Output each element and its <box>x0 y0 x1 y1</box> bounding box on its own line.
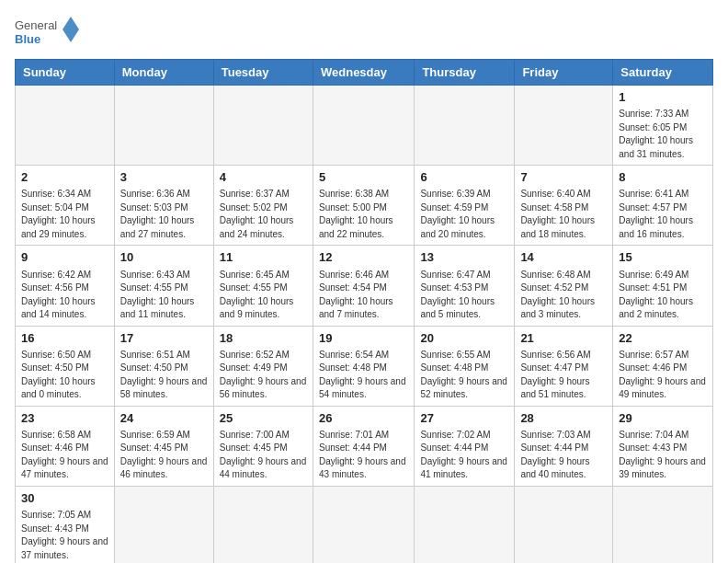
calendar-cell: 19Sunrise: 6:54 AM Sunset: 4:48 PM Dayli… <box>313 326 414 406</box>
svg-text:Blue: Blue <box>15 32 40 46</box>
calendar-cell: 18Sunrise: 6:52 AM Sunset: 4:49 PM Dayli… <box>213 326 313 406</box>
day-info: Sunrise: 7:01 AM Sunset: 4:44 PM Dayligh… <box>319 429 408 482</box>
day-info: Sunrise: 6:51 AM Sunset: 4:50 PM Dayligh… <box>120 349 208 402</box>
day-info: Sunrise: 6:37 AM Sunset: 5:02 PM Dayligh… <box>220 188 307 241</box>
day-info: Sunrise: 6:54 AM Sunset: 4:48 PM Dayligh… <box>319 349 408 402</box>
calendar-cell: 3Sunrise: 6:36 AM Sunset: 5:03 PM Daylig… <box>114 166 213 246</box>
day-number: 21 <box>520 330 607 347</box>
calendar-cell: 24Sunrise: 6:59 AM Sunset: 4:45 PM Dayli… <box>114 406 213 486</box>
calendar-cell: 22Sunrise: 6:57 AM Sunset: 4:46 PM Dayli… <box>613 326 713 406</box>
day-info: Sunrise: 6:50 AM Sunset: 4:50 PM Dayligh… <box>21 349 108 402</box>
calendar-cell: 29Sunrise: 7:04 AM Sunset: 4:43 PM Dayli… <box>613 406 713 486</box>
calendar-cell: 5Sunrise: 6:38 AM Sunset: 5:00 PM Daylig… <box>313 166 414 246</box>
day-number: 20 <box>420 330 508 347</box>
day-info: Sunrise: 6:55 AM Sunset: 4:48 PM Dayligh… <box>420 349 508 402</box>
week-row-4: 16Sunrise: 6:50 AM Sunset: 4:50 PM Dayli… <box>16 326 713 406</box>
weekday-header-sunday: Sunday <box>16 60 115 86</box>
calendar-cell: 30Sunrise: 7:05 AM Sunset: 4:43 PM Dayli… <box>16 486 115 563</box>
day-number: 28 <box>520 410 607 427</box>
week-row-3: 9Sunrise: 6:42 AM Sunset: 4:56 PM Daylig… <box>16 246 713 326</box>
day-number: 16 <box>21 330 108 347</box>
weekday-header-saturday: Saturday <box>613 60 713 86</box>
calendar-cell: 8Sunrise: 6:41 AM Sunset: 4:57 PM Daylig… <box>613 166 713 246</box>
day-number: 15 <box>619 249 707 266</box>
day-number: 12 <box>319 249 408 266</box>
calendar-cell <box>313 86 414 166</box>
week-row-6: 30Sunrise: 7:05 AM Sunset: 4:43 PM Dayli… <box>16 486 713 563</box>
day-info: Sunrise: 7:05 AM Sunset: 4:43 PM Dayligh… <box>21 509 108 562</box>
calendar-cell: 1Sunrise: 7:33 AM Sunset: 6:05 PM Daylig… <box>613 86 713 166</box>
day-number: 29 <box>619 410 707 427</box>
day-info: Sunrise: 7:03 AM Sunset: 4:44 PM Dayligh… <box>520 429 607 482</box>
day-number: 26 <box>319 410 408 427</box>
calendar-cell: 20Sunrise: 6:55 AM Sunset: 4:48 PM Dayli… <box>415 326 515 406</box>
day-number: 24 <box>120 410 208 427</box>
calendar-cell: 16Sunrise: 6:50 AM Sunset: 4:50 PM Dayli… <box>16 326 115 406</box>
day-info: Sunrise: 6:43 AM Sunset: 4:55 PM Dayligh… <box>120 269 208 322</box>
day-info: Sunrise: 6:36 AM Sunset: 5:03 PM Dayligh… <box>120 188 208 241</box>
day-info: Sunrise: 6:38 AM Sunset: 5:00 PM Dayligh… <box>319 188 408 241</box>
day-number: 9 <box>21 249 108 266</box>
day-info: Sunrise: 6:48 AM Sunset: 4:52 PM Dayligh… <box>520 269 607 322</box>
weekday-header-friday: Friday <box>515 60 613 86</box>
day-number: 8 <box>619 169 707 186</box>
calendar-cell: 26Sunrise: 7:01 AM Sunset: 4:44 PM Dayli… <box>313 406 414 486</box>
day-number: 27 <box>420 410 508 427</box>
calendar-cell: 17Sunrise: 6:51 AM Sunset: 4:50 PM Dayli… <box>114 326 213 406</box>
day-number: 25 <box>220 410 307 427</box>
day-number: 7 <box>520 169 607 186</box>
day-number: 22 <box>619 330 707 347</box>
calendar-cell: 28Sunrise: 7:03 AM Sunset: 4:44 PM Dayli… <box>515 406 613 486</box>
calendar-cell <box>16 86 115 166</box>
calendar-cell <box>313 486 414 563</box>
svg-text:General: General <box>15 18 57 32</box>
calendar-cell <box>613 486 713 563</box>
weekday-header-tuesday: Tuesday <box>213 60 313 86</box>
weekday-header-thursday: Thursday <box>415 60 515 86</box>
day-info: Sunrise: 7:04 AM Sunset: 4:43 PM Dayligh… <box>619 429 707 482</box>
day-info: Sunrise: 7:33 AM Sunset: 6:05 PM Dayligh… <box>619 108 707 161</box>
calendar-cell <box>515 486 613 563</box>
weekday-header-monday: Monday <box>114 60 213 86</box>
week-row-1: 1Sunrise: 7:33 AM Sunset: 6:05 PM Daylig… <box>16 86 713 166</box>
calendar-cell: 11Sunrise: 6:45 AM Sunset: 4:55 PM Dayli… <box>213 246 313 326</box>
calendar-cell <box>515 86 613 166</box>
day-number: 6 <box>420 169 508 186</box>
day-info: Sunrise: 6:58 AM Sunset: 4:46 PM Dayligh… <box>21 429 108 482</box>
logo: General Blue <box>15 15 79 48</box>
day-number: 5 <box>319 169 408 186</box>
day-info: Sunrise: 6:57 AM Sunset: 4:46 PM Dayligh… <box>619 349 707 402</box>
day-number: 30 <box>21 490 108 507</box>
day-number: 3 <box>120 169 208 186</box>
calendar-cell: 23Sunrise: 6:58 AM Sunset: 4:46 PM Dayli… <box>16 406 115 486</box>
svg-marker-2 <box>63 17 79 42</box>
day-info: Sunrise: 6:56 AM Sunset: 4:47 PM Dayligh… <box>520 349 607 402</box>
calendar-cell <box>114 486 213 563</box>
calendar-cell: 10Sunrise: 6:43 AM Sunset: 4:55 PM Dayli… <box>114 246 213 326</box>
weekday-header-wednesday: Wednesday <box>313 60 414 86</box>
weekday-header-row: SundayMondayTuesdayWednesdayThursdayFrid… <box>16 60 713 86</box>
day-info: Sunrise: 6:39 AM Sunset: 4:59 PM Dayligh… <box>420 188 508 241</box>
day-number: 4 <box>220 169 307 186</box>
header: General Blue <box>15 15 713 48</box>
calendar-cell: 27Sunrise: 7:02 AM Sunset: 4:44 PM Dayli… <box>415 406 515 486</box>
calendar-table: SundayMondayTuesdayWednesdayThursdayFrid… <box>15 59 713 563</box>
day-info: Sunrise: 6:41 AM Sunset: 4:57 PM Dayligh… <box>619 188 707 241</box>
day-number: 18 <box>220 330 307 347</box>
day-info: Sunrise: 6:47 AM Sunset: 4:53 PM Dayligh… <box>420 269 508 322</box>
day-info: Sunrise: 6:49 AM Sunset: 4:51 PM Dayligh… <box>619 269 707 322</box>
day-info: Sunrise: 6:59 AM Sunset: 4:45 PM Dayligh… <box>120 429 208 482</box>
day-number: 2 <box>21 169 108 186</box>
day-number: 11 <box>220 249 307 266</box>
calendar-cell: 13Sunrise: 6:47 AM Sunset: 4:53 PM Dayli… <box>415 246 515 326</box>
calendar-cell <box>213 86 313 166</box>
week-row-2: 2Sunrise: 6:34 AM Sunset: 5:04 PM Daylig… <box>16 166 713 246</box>
day-number: 1 <box>619 89 707 106</box>
calendar-cell: 4Sunrise: 6:37 AM Sunset: 5:02 PM Daylig… <box>213 166 313 246</box>
calendar-cell <box>415 486 515 563</box>
day-info: Sunrise: 6:52 AM Sunset: 4:49 PM Dayligh… <box>220 349 307 402</box>
day-number: 19 <box>319 330 408 347</box>
calendar-cell: 7Sunrise: 6:40 AM Sunset: 4:58 PM Daylig… <box>515 166 613 246</box>
day-number: 23 <box>21 410 108 427</box>
calendar-cell: 2Sunrise: 6:34 AM Sunset: 5:04 PM Daylig… <box>16 166 115 246</box>
